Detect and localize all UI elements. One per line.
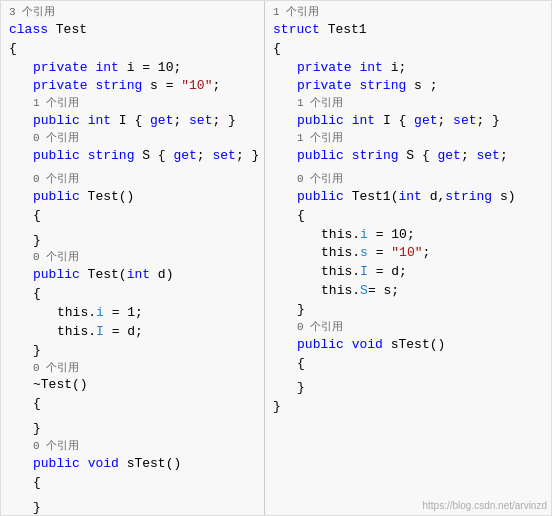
left-code: 3 个引用 class Test { private int i = 10; p… xyxy=(9,5,256,515)
ref-0a-right: 0 个引用 xyxy=(273,172,543,188)
right-code: 1 个引用 struct Test1 { private int i; priv… xyxy=(273,5,543,417)
ref-1b-right: 1 个引用 xyxy=(273,96,543,112)
struct-decl: struct Test1 xyxy=(273,21,543,40)
ref-1a-left: 1 个引用 xyxy=(9,96,256,112)
main-container: 3 个引用 class Test { private int i = 10; p… xyxy=(0,0,552,516)
ref-3: 3 个引用 xyxy=(9,5,256,21)
class-decl: class Test xyxy=(9,21,256,40)
ref-1a-right: 1 个引用 xyxy=(273,5,543,21)
ref-0b-left: 0 个引用 xyxy=(9,172,256,188)
ref-0e-left: 0 个引用 xyxy=(9,439,256,455)
watermark: https://blog.csdn.net/arvinzd xyxy=(422,500,547,511)
ref-1c-right: 1 个引用 xyxy=(273,131,543,147)
ref-0b-right: 0 个引用 xyxy=(273,320,543,336)
ref-0d-left: 0 个引用 xyxy=(9,361,256,377)
ref-0a-left: 0 个引用 xyxy=(9,131,256,147)
right-panel: 1 个引用 struct Test1 { private int i; priv… xyxy=(265,1,551,515)
ref-0c-left: 0 个引用 xyxy=(9,250,256,266)
left-panel: 3 个引用 class Test { private int i = 10; p… xyxy=(1,1,265,515)
